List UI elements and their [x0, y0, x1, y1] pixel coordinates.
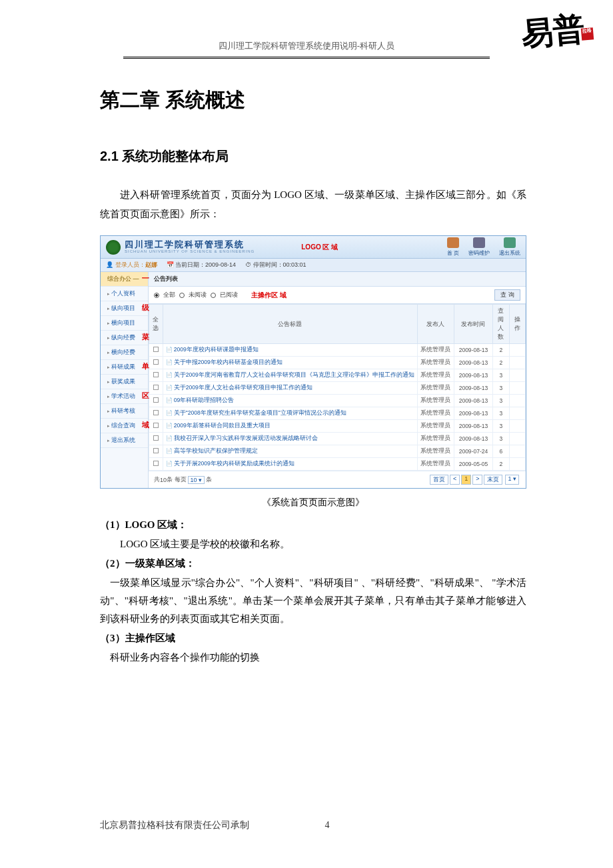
sub1-title: （1）LOGO 区域： — [100, 519, 526, 531]
login-user: 赵娜 — [145, 261, 157, 268]
footer-page-number: 4 — [325, 820, 330, 830]
row-checkbox[interactable] — [153, 423, 159, 428]
sidebar-item[interactable]: 综合办公 —一 — [101, 272, 148, 287]
announcement-table: 全选公告标题发布人发布时间查阅人数操作 2009年度校内科研课题申报通知系统管理… — [149, 304, 526, 471]
publisher-cell: 系统管理员 — [417, 445, 454, 458]
filter-all-radio[interactable] — [154, 293, 159, 298]
date-cell: 2009-08-13 — [454, 382, 492, 395]
row-checkbox[interactable] — [153, 448, 159, 453]
announcement-link[interactable]: 关于2009年度河南省教育厅人文社会科学研究项目《马克思主义理论学科》申报工作的… — [163, 369, 417, 382]
sidebar-item[interactable]: ▸ 科研考核 — [101, 404, 148, 419]
password-button[interactable]: 密码维护 — [468, 237, 490, 257]
action-cell — [509, 407, 525, 420]
sub3-body: 科研业务内容各个操作功能的切换 — [100, 649, 526, 667]
table-row: 关于2009年度河南省教育厅人文社会科学研究项目《马克思主义理论学科》申报工作的… — [149, 369, 526, 382]
chapter-title: 第二章 系统概述 — [100, 87, 526, 114]
date-cell: 2009-08-13 — [454, 395, 492, 407]
system-screenshot-figure: 四川理工学院科研管理系统 SICHUAN UNIVERSITY OF SCIEN… — [100, 235, 526, 489]
publisher-cell: 系统管理员 — [417, 344, 454, 357]
pager-prev[interactable]: < — [450, 475, 460, 485]
fig-sidebar: 综合办公 —一▸ 个人资料▸ 纵向项目级▸ 横向项目▸ 纵向经费菜▸ 横向经费▸… — [101, 272, 149, 488]
table-row: 高等学校知识产权保护管理规定系统管理员2009-07-246 — [149, 445, 526, 458]
sidebar-item[interactable]: ▸ 退出系统 — [101, 433, 148, 448]
date-cell: 2009-08-13 — [454, 433, 492, 445]
action-cell — [509, 445, 525, 458]
count-cell: 3 — [492, 369, 509, 382]
exit-button[interactable]: 退出系统 — [499, 237, 520, 257]
row-checkbox[interactable] — [153, 385, 159, 390]
row-checkbox[interactable] — [153, 461, 159, 466]
red-stamp-icon: 拉格 — [581, 28, 594, 41]
main-zone-label: 主操作区 域 — [251, 291, 287, 300]
pager-jump-select[interactable]: 1 ▾ — [505, 475, 519, 485]
announcement-link[interactable]: 关于开展2009年校内科研奖励成果统计的通知 — [163, 458, 417, 471]
filter-read-label: 已阅读 — [220, 291, 238, 299]
row-checkbox[interactable] — [153, 359, 159, 365]
table-row: 关于2009年度人文社会科学研究项目申报工作的通知系统管理员2009-08-13… — [149, 382, 526, 395]
table-header: 全选 — [149, 305, 163, 344]
publisher-cell: 系统管理员 — [417, 420, 454, 433]
count-cell: 2 — [492, 458, 509, 471]
pager-total-mid: 条 每页 — [167, 475, 187, 484]
announcement-link[interactable]: 关于"2008年度研究生科学研究基金项目"立项评审情况公示的通知 — [163, 407, 417, 420]
pager-first[interactable]: 首页 — [430, 475, 448, 485]
count-cell: 3 — [492, 407, 509, 420]
system-title-en: SICHUAN UNIVERSITY OF SCIENCE & ENGINEER… — [125, 249, 255, 254]
action-cell — [509, 369, 525, 382]
table-row: 关于开展2009年校内科研奖励成果统计的通知系统管理员2009-05-052 — [149, 458, 526, 471]
filter-unread-radio[interactable] — [179, 293, 185, 298]
announcement-link[interactable]: 关于申报2009年校内科研基金项目的通知 — [163, 357, 417, 369]
stay-value: 00:03:01 — [283, 261, 306, 268]
login-label: 登录人员： — [115, 261, 145, 268]
publisher-cell: 系统管理员 — [417, 382, 454, 395]
table-header: 发布人 — [417, 305, 454, 344]
company-seal: 易普拉格 — [520, 15, 594, 47]
table-row: 关于申报2009年校内科研基金项目的通知系统管理员2009-08-132 — [149, 357, 526, 369]
figure-caption: 《系统首页页面示意图》 — [100, 497, 526, 509]
row-checkbox[interactable] — [153, 372, 159, 377]
date-label: 当前日期： — [175, 261, 205, 268]
zone-overlay-char: 菜 — [142, 332, 149, 342]
pager-current: 1 — [461, 475, 471, 485]
sidebar-item[interactable]: ▸ 横向项目 — [101, 316, 148, 331]
running-title: 四川理工学院科研管理系统使用说明-科研人员 — [219, 41, 394, 51]
table-header: 操作 — [509, 305, 525, 344]
action-cell — [509, 357, 525, 369]
table-header: 查阅人数 — [492, 305, 509, 344]
publisher-cell: 系统管理员 — [417, 407, 454, 420]
announcement-link[interactable]: 09年科研助理招聘公告 — [163, 395, 417, 407]
row-checkbox[interactable] — [153, 410, 159, 415]
announcement-link[interactable]: 2009年度校内科研课题申报通知 — [163, 344, 417, 357]
filter-read-radio[interactable] — [211, 293, 216, 298]
table-row: 2009年度校内科研课题申报通知系统管理员2009-08-132 — [149, 344, 526, 357]
row-checkbox[interactable] — [153, 397, 159, 403]
count-cell: 3 — [492, 433, 509, 445]
sidebar-item[interactable]: ▸ 横向经费 — [101, 345, 148, 360]
sidebar-item[interactable]: ▸ 科研成果单 — [101, 360, 148, 375]
announcement-link[interactable]: 2009年新签科研合同款目及重大项目 — [163, 420, 417, 433]
row-checkbox[interactable] — [153, 347, 159, 352]
sidebar-item[interactable]: ▸ 个人资料 — [101, 287, 148, 301]
pager-last[interactable]: 末页 — [484, 475, 502, 485]
home-button[interactable]: 首 页 — [447, 237, 459, 257]
row-checkbox[interactable] — [153, 435, 159, 441]
sidebar-item[interactable]: ▸ 纵向项目级 — [101, 301, 148, 316]
query-button[interactable]: 查 询 — [494, 289, 520, 301]
action-cell — [509, 458, 525, 471]
sidebar-item[interactable]: ▸ 获奖成果 — [101, 375, 148, 389]
announcement-link[interactable]: 高等学校知识产权保护管理规定 — [163, 445, 417, 458]
sidebar-item[interactable]: ▸ 综合查询域 — [101, 419, 148, 433]
per-page-select[interactable]: 10 ▾ — [188, 476, 205, 484]
table-header: 发布时间 — [454, 305, 492, 344]
announcement-link[interactable]: 我校召开深入学习实践科学发展观活动发展战略研讨会 — [163, 433, 417, 445]
zone-overlay-char: 一 — [142, 273, 149, 283]
table-header: 公告标题 — [163, 305, 417, 344]
publisher-cell: 系统管理员 — [417, 357, 454, 369]
sidebar-item[interactable]: ▸ 纵向经费菜 — [101, 331, 148, 345]
sidebar-item[interactable]: ▸ 学术活动区 — [101, 389, 148, 404]
table-row: 关于"2008年度研究生科学研究基金项目"立项评审情况公示的通知系统管理员200… — [149, 407, 526, 420]
announcement-link[interactable]: 关于2009年度人文社会科学研究项目申报工作的通知 — [163, 382, 417, 395]
pager-next[interactable]: > — [472, 475, 482, 485]
panel-title: 公告列表 — [149, 272, 526, 287]
action-cell — [509, 344, 525, 357]
